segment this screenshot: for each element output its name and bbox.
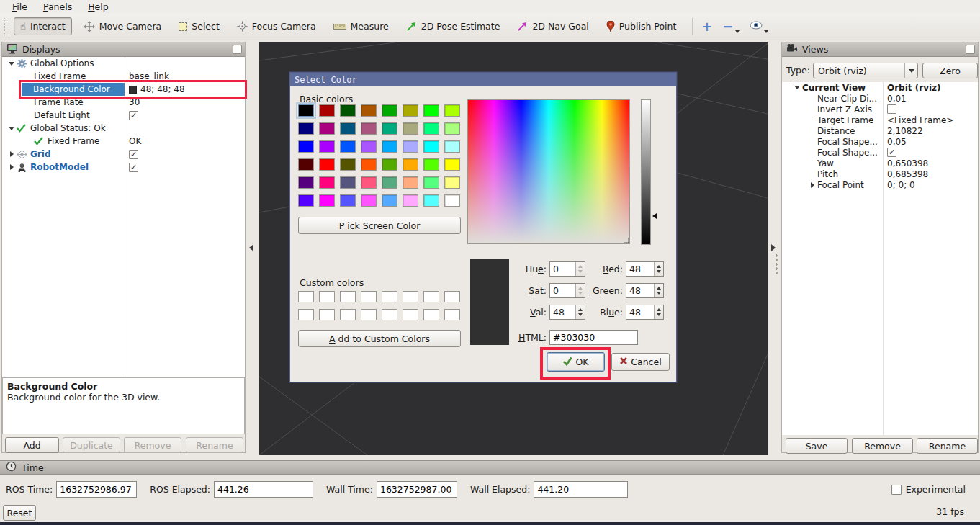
- rename-display-button[interactable]: Rename: [186, 437, 243, 453]
- basic-color-swatch[interactable]: [444, 194, 460, 207]
- basic-color-swatch[interactable]: [423, 104, 439, 117]
- tree-row-robotmodel[interactable]: RobotModel✓: [2, 161, 245, 174]
- ros-time-input[interactable]: [56, 481, 137, 498]
- basic-color-swatch[interactable]: [444, 122, 460, 135]
- basic-color-swatch[interactable]: [403, 122, 418, 135]
- basic-color-swatch[interactable]: [382, 194, 397, 207]
- views-panel-header[interactable]: Views: [782, 42, 978, 57]
- basic-color-swatch[interactable]: [382, 158, 397, 171]
- custom-color-swatch[interactable]: [298, 309, 314, 320]
- basic-color-swatch[interactable]: [382, 140, 397, 153]
- custom-color-swatch[interactable]: [340, 309, 356, 320]
- interact-tool-button[interactable]: ☝ Interact: [14, 17, 72, 35]
- value-slider[interactable]: [641, 99, 651, 245]
- expander-open-icon[interactable]: [6, 127, 17, 130]
- basic-color-swatch[interactable]: [298, 140, 314, 153]
- tree-row-focal-shape[interactable]: Focal Shape...✓: [782, 147, 978, 158]
- tool-visibility-button[interactable]: [750, 21, 768, 32]
- dialog-title-bar[interactable]: Select Color: [290, 73, 676, 86]
- panel-float-button[interactable]: [233, 45, 242, 54]
- hue-input[interactable]: 0: [549, 261, 585, 277]
- expander-open-icon[interactable]: [792, 86, 802, 89]
- green-input[interactable]: 48: [626, 283, 664, 298]
- add-tool-button[interactable]: +: [701, 22, 712, 32]
- basic-color-swatch[interactable]: [382, 122, 397, 135]
- basic-color-swatch[interactable]: [319, 158, 335, 171]
- menu-file[interactable]: File: [6, 1, 34, 12]
- checkbox[interactable]: [887, 104, 896, 114]
- collapse-left-icon[interactable]: [249, 244, 253, 251]
- wall-elapsed-input[interactable]: [534, 481, 628, 498]
- expander-closed-icon[interactable]: [6, 151, 17, 157]
- html-color-input[interactable]: [549, 330, 638, 345]
- basic-color-swatch[interactable]: [340, 140, 356, 153]
- basic-color-swatch[interactable]: [382, 176, 397, 189]
- basic-color-swatch[interactable]: [361, 140, 377, 153]
- checkbox[interactable]: ✓: [129, 150, 138, 159]
- basic-color-swatch[interactable]: [319, 176, 335, 189]
- rename-view-button[interactable]: Rename: [917, 438, 978, 454]
- wall-time-input[interactable]: [377, 481, 457, 498]
- tree-row-global-options[interactable]: Global Options: [2, 57, 245, 70]
- nav-goal-tool-button[interactable]: 2D Nav Goal: [511, 18, 594, 35]
- basic-color-swatch[interactable]: [444, 176, 460, 189]
- basic-color-swatch[interactable]: [340, 158, 356, 171]
- pick-screen-color-button[interactable]: Pick Screen Color: [298, 217, 461, 234]
- tree-row-focal-shape[interactable]: Focal Shape...0,05: [782, 136, 978, 147]
- basic-color-swatch[interactable]: [319, 104, 335, 117]
- custom-color-swatch[interactable]: [444, 291, 460, 302]
- tree-row-frame-rate[interactable]: Frame Rate30: [2, 96, 245, 109]
- custom-color-swatch[interactable]: [361, 291, 377, 302]
- publish-point-tool-button[interactable]: Publish Point: [601, 18, 683, 35]
- tree-row-focal-point[interactable]: Focal Point0; 0; 0: [782, 179, 978, 190]
- custom-color-swatch[interactable]: [382, 291, 397, 302]
- custom-color-swatch[interactable]: [403, 291, 418, 302]
- basic-color-swatch[interactable]: [423, 158, 439, 171]
- view-type-select[interactable]: Orbit (rviz): [813, 63, 918, 78]
- tree-row-yaw[interactable]: Yaw0,650398: [782, 158, 978, 169]
- basic-color-swatch[interactable]: [340, 104, 356, 117]
- sat-input[interactable]: 0: [549, 283, 585, 298]
- basic-color-swatch[interactable]: [444, 104, 460, 117]
- blue-input[interactable]: 48: [626, 305, 664, 320]
- custom-color-swatch[interactable]: [444, 309, 460, 320]
- basic-color-swatch[interactable]: [298, 194, 314, 207]
- red-input[interactable]: 48: [626, 261, 664, 277]
- ok-button[interactable]: OK: [547, 352, 605, 372]
- basic-color-swatch[interactable]: [423, 176, 439, 189]
- val-input[interactable]: 48: [549, 305, 585, 320]
- remove-tool-button[interactable]: −: [722, 22, 739, 32]
- tree-row-pitch[interactable]: Pitch0,685398: [782, 169, 978, 179]
- value-slider-arrow[interactable]: [652, 213, 657, 219]
- basic-color-swatch[interactable]: [298, 122, 314, 135]
- basic-color-swatch[interactable]: [382, 104, 397, 117]
- tree-row-invert-z-axis[interactable]: Invert Z Axis: [782, 104, 978, 115]
- basic-color-swatch[interactable]: [403, 104, 418, 117]
- duplicate-display-button[interactable]: Duplicate: [63, 437, 120, 453]
- basic-color-swatch[interactable]: [361, 158, 377, 171]
- tree-row-fixed-frame[interactable]: Fixed FrameOK: [2, 135, 245, 148]
- tree-row-background-color[interactable]: Background Color48; 48; 48: [2, 83, 245, 96]
- basic-color-swatch[interactable]: [319, 194, 335, 207]
- basic-color-swatch[interactable]: [361, 176, 377, 189]
- custom-color-swatch[interactable]: [361, 309, 377, 320]
- tree-row-global-status-ok[interactable]: Global Status: Ok: [2, 122, 245, 135]
- spin-arrows-icon[interactable]: [654, 284, 663, 297]
- zero-button[interactable]: Zero: [922, 63, 978, 78]
- left-splitter[interactable]: [246, 42, 259, 455]
- pose-estimate-tool-button[interactable]: 2D Pose Estimate: [400, 18, 506, 35]
- tree-row-distance[interactable]: Distance2,10822: [782, 125, 978, 136]
- right-splitter[interactable]: [768, 42, 781, 455]
- menu-help[interactable]: Help: [81, 1, 115, 12]
- select-tool-button[interactable]: Select: [173, 18, 225, 35]
- add-display-button[interactable]: Add: [5, 437, 59, 453]
- checkbox[interactable]: ✓: [887, 148, 896, 157]
- reset-button[interactable]: Reset: [3, 505, 36, 521]
- basic-color-swatch[interactable]: [340, 176, 356, 189]
- basic-color-swatch[interactable]: [403, 176, 418, 189]
- expander-closed-icon[interactable]: [807, 182, 817, 188]
- cancel-button[interactable]: Cancel: [611, 353, 670, 371]
- basic-color-swatch[interactable]: [319, 140, 335, 153]
- move-camera-tool-button[interactable]: Move Camera: [78, 18, 168, 35]
- displays-panel-header[interactable]: Displays: [2, 42, 245, 57]
